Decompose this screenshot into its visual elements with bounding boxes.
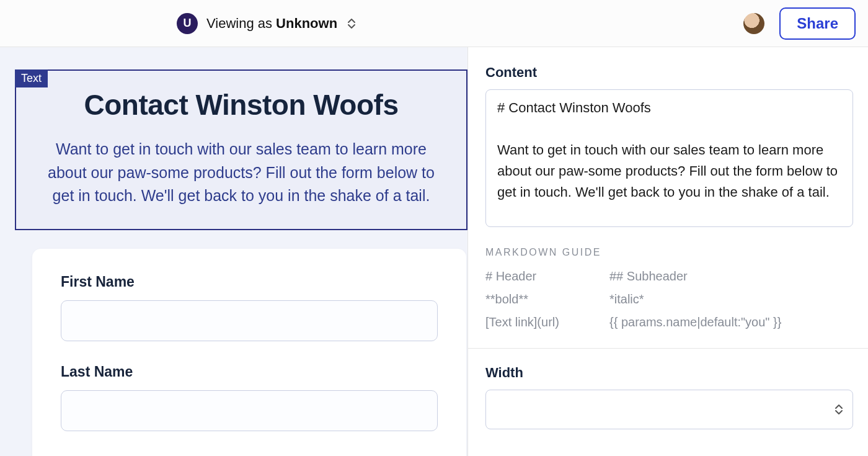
guide-header-example: # Header xyxy=(485,269,609,284)
guide-template-example: {{ params.name|default:"you" }} xyxy=(609,315,853,329)
block-type-tag: Text xyxy=(15,69,48,87)
first-name-label: First Name xyxy=(61,274,438,290)
topbar: U Viewing as Unknown Share xyxy=(0,0,868,47)
properties-panel: Content MARKDOWN GUIDE # Header ## Subhe… xyxy=(467,47,868,456)
viewer-avatar-letter: U xyxy=(177,13,198,34)
guide-subheader-example: ## Subheader xyxy=(609,269,853,284)
first-name-input[interactable] xyxy=(61,300,438,341)
share-button[interactable]: Share xyxy=(779,7,856,40)
viewing-as-control[interactable]: U Viewing as Unknown xyxy=(177,13,357,34)
content-label: Content xyxy=(485,65,853,81)
viewing-prefix: Viewing as xyxy=(206,16,276,31)
workspace: Text Contact Winston Woofs Want to get i… xyxy=(0,47,868,456)
text-block-body: Want to get in touch with our sales team… xyxy=(27,138,455,208)
text-block-selected[interactable]: Text Contact Winston Woofs Want to get i… xyxy=(15,69,467,230)
viewing-name: Unknown xyxy=(276,16,337,31)
guide-italic-example: *italic* xyxy=(609,292,853,306)
markdown-guide: # Header ## Subheader **bold** *italic* … xyxy=(485,269,853,329)
form-card: First Name Last Name xyxy=(32,249,466,457)
viewing-as-text: Viewing as Unknown xyxy=(206,16,337,32)
user-avatar[interactable] xyxy=(743,13,764,34)
width-select[interactable] xyxy=(485,390,853,429)
markdown-guide-header: MARKDOWN GUIDE xyxy=(485,247,853,258)
width-label: Width xyxy=(485,365,853,381)
last-name-label: Last Name xyxy=(61,364,438,380)
last-name-input[interactable] xyxy=(61,390,438,431)
canvas: Text Contact Winston Woofs Want to get i… xyxy=(0,47,467,456)
guide-link-example: [Text link](url) xyxy=(485,315,609,329)
text-block-heading: Contact Winston Woofs xyxy=(27,88,455,122)
panel-divider xyxy=(468,348,868,349)
content-textarea[interactable] xyxy=(485,89,853,227)
chevron-up-down-icon[interactable] xyxy=(346,17,357,30)
guide-bold-example: **bold** xyxy=(485,292,609,306)
